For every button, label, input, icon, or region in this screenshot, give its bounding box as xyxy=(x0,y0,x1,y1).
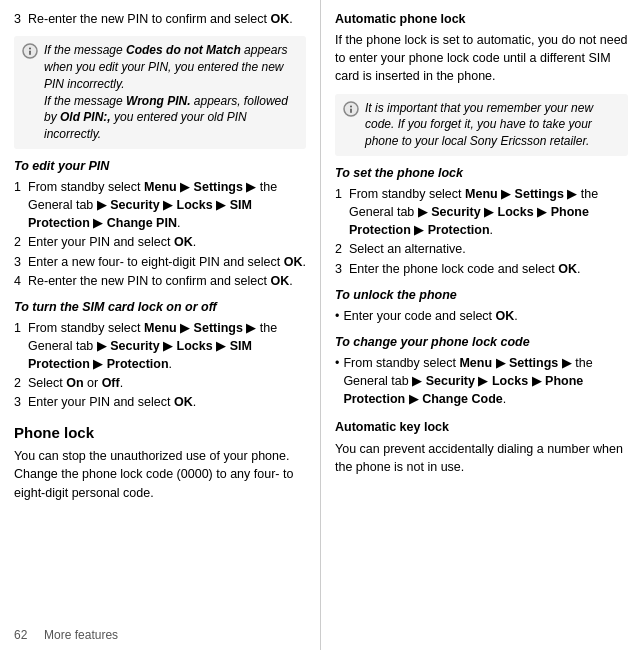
auto-key-body: You can prevent accidentally dialing a n… xyxy=(335,440,628,476)
tip-box-1: If the message Codes do not Match appear… xyxy=(14,36,306,149)
svg-rect-5 xyxy=(350,108,352,113)
set-step-1: 1 From standby select Menu ▶ Settings ▶ … xyxy=(335,185,628,239)
set-step-3: 3 Enter the phone lock code and select O… xyxy=(335,260,628,278)
phone-lock-heading: Phone lock xyxy=(14,422,306,444)
sim-step-1: 1 From standby select Menu ▶ Settings ▶ … xyxy=(14,319,306,373)
svg-point-4 xyxy=(350,105,352,107)
tip2-text: It is important that you remember your n… xyxy=(365,100,620,150)
set-step-2: 2 Select an alternative. xyxy=(335,240,628,258)
edit-step-4: 4 Re-enter the new PIN to confirm and se… xyxy=(14,272,306,290)
tip-box-2: It is important that you remember your n… xyxy=(335,94,628,156)
change-code-heading: To change your phone lock code xyxy=(335,333,628,351)
info-icon-2 xyxy=(343,101,359,117)
auto-key-heading: Automatic key lock xyxy=(335,418,628,436)
step3-num: 3 xyxy=(14,10,24,28)
page-footer: 62 More features xyxy=(14,628,118,642)
svg-rect-2 xyxy=(29,51,31,56)
sim-lock-steps: 1 From standby select Menu ▶ Settings ▶ … xyxy=(14,319,306,412)
change-code-step: • From standby select Menu ▶ Settings ▶ … xyxy=(335,354,628,408)
info-icon xyxy=(22,43,38,59)
auto-lock-body: If the phone lock is set to automatic, y… xyxy=(335,31,628,85)
edit-step-2: 2 Enter your PIN and select OK. xyxy=(14,233,306,251)
set-lock-heading: To set the phone lock xyxy=(335,164,628,182)
set-lock-steps: 1 From standby select Menu ▶ Settings ▶ … xyxy=(335,185,628,278)
left-column: 3 Re-enter the new PIN to confirm and se… xyxy=(0,0,321,650)
auto-lock-heading: Automatic phone lock xyxy=(335,10,628,28)
step3-ok: OK xyxy=(270,12,289,26)
edit-step-3: 3 Enter a new four- to eight-digit PIN a… xyxy=(14,253,306,271)
tip1-text: If the message Codes do not Match appear… xyxy=(44,42,298,143)
phone-lock-body: You can stop the unauthorized use of you… xyxy=(14,447,306,501)
page-number: 62 xyxy=(14,628,27,642)
sim-step-3: 3 Enter your PIN and select OK. xyxy=(14,393,306,411)
sim-step-2: 2 Select On or Off. xyxy=(14,374,306,392)
step3-text: Re-enter the new PIN to confirm and sele… xyxy=(28,10,293,28)
edit-step-1: 1 From standby select Menu ▶ Settings ▶ … xyxy=(14,178,306,232)
step3-reenter: 3 Re-enter the new PIN to confirm and se… xyxy=(14,10,306,28)
edit-pin-heading: To edit your PIN xyxy=(14,157,306,175)
sim-lock-heading: To turn the SIM card lock on or off xyxy=(14,298,306,316)
footer-label: More features xyxy=(44,628,118,642)
unlock-step: • Enter your code and select OK. xyxy=(335,307,628,325)
edit-pin-steps: 1 From standby select Menu ▶ Settings ▶ … xyxy=(14,178,306,290)
unlock-heading: To unlock the phone xyxy=(335,286,628,304)
right-column: Automatic phone lock If the phone lock i… xyxy=(321,0,642,650)
svg-point-1 xyxy=(29,48,31,50)
